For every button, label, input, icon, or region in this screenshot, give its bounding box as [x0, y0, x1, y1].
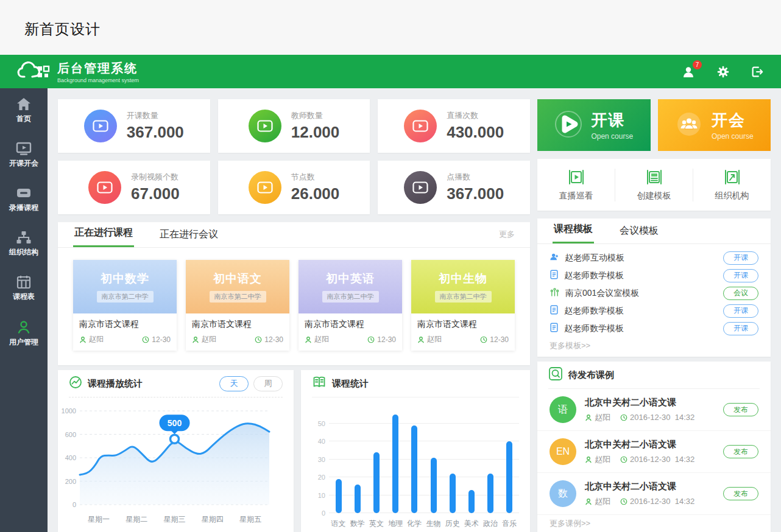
tab-meeting-templates[interactable]: 会议模板 [618, 219, 660, 243]
template-row: 南京001会议室模板会议 [550, 284, 758, 302]
template-action-button[interactable]: 开课 [723, 269, 758, 282]
bar [336, 479, 342, 513]
main-content: 开课数量367.000 教师数量12.000 直播次数430.000 录制视频个… [48, 88, 781, 532]
play-stats-panel: 课程播放统计 天 周 10006004002000星期一星期二星期三星期四星期五… [58, 370, 294, 532]
publish-button[interactable]: 发布 [723, 445, 758, 458]
open-course-button[interactable]: 开课Open course [537, 99, 651, 151]
magnifier-doc-icon [548, 366, 563, 383]
course-card[interactable]: 初中语文南京市第二中学南京市语文课程赵阳12-30 [186, 260, 289, 351]
org-structure-action[interactable]: 组织机构 [693, 168, 771, 201]
sidebar-item-home[interactable]: 首页 [0, 88, 48, 133]
template-action-button[interactable]: 开课 [723, 251, 758, 265]
course-card-header: 初中数学南京市第二中学 [73, 260, 177, 313]
bar [373, 452, 380, 513]
app-navbar: 后台管理系统 Background management system 7 [0, 55, 781, 88]
brand: 后台管理系统 Background management system [16, 60, 139, 83]
lesson-datetime: 2016-12-30 14:32 [620, 454, 694, 465]
settings-gear-icon[interactable] [715, 64, 731, 80]
course-name: 南京市语文课程 [192, 319, 283, 330]
template-list: 赵老师互动模板开课赵老师数学模板开课南京001会议室模板会议赵老师数学模板开课赵… [537, 244, 771, 337]
pending-lesson-row: 数北京中关村二小语文课赵阳2016-12-30 14:32发布 [537, 473, 771, 515]
tab-ongoing-courses[interactable]: 正在进行课程 [73, 220, 134, 247]
lesson-datetime: 2016-12-30 14:32 [620, 496, 694, 507]
sidebar-item-timetable[interactable]: 课程表 [0, 266, 48, 310]
create-template-action[interactable]: 创建模板 [615, 168, 693, 201]
x-tick-label: 英文 [368, 519, 385, 529]
pending-list: 语北京中关村二小语文课赵阳2016-12-30 14:32发布EN北京中关村二小… [537, 389, 771, 515]
svg-text:星期一: 星期一 [88, 515, 110, 523]
people-icon [675, 110, 703, 141]
home-icon [0, 97, 48, 111]
doc-icon [550, 270, 559, 282]
course-date: 12-30 [480, 334, 509, 345]
template-name: 赵老师数学模板 [564, 270, 624, 281]
y-tick-label: 30 [308, 456, 325, 463]
bar [411, 425, 417, 513]
template-action-button[interactable]: 开课 [723, 322, 758, 335]
course-name: 南京市语文课程 [305, 319, 396, 330]
org-share-icon [693, 168, 771, 186]
publish-button[interactable]: 发布 [723, 487, 758, 500]
toggle-day[interactable]: 天 [219, 376, 249, 391]
publish-button[interactable]: 发布 [723, 403, 758, 416]
stat-card-teachers: 教师数量12.000 [218, 99, 370, 153]
subject-avatar: EN [550, 438, 576, 465]
school-badge: 南京市第二中学 [97, 291, 154, 303]
quick-actions-panel: 直播巡看 创建模板 组织机构 [537, 159, 771, 211]
subject-avatar: 语 [550, 396, 576, 423]
teacher-name: 赵阳 [585, 412, 610, 423]
design-title-band: 新首页设计 [0, 0, 781, 55]
stat-card-open-classes: 开课数量367.000 [58, 99, 210, 153]
templates-panel: 课程模板 会议模板 赵老师互动模板开课赵老师数学模板开课南京001会议室模板会议… [537, 219, 771, 357]
play-video-icon [84, 110, 117, 142]
sidebar-item-user-management[interactable]: 用户管理 [0, 310, 48, 355]
template-action-button[interactable]: 开课 [723, 304, 758, 318]
svg-text:星期四: 星期四 [202, 515, 224, 523]
course-date: 12-30 [142, 334, 171, 345]
tab-ongoing-meetings[interactable]: 正在进行会议 [158, 222, 219, 247]
x-tick-label: 地理 [387, 519, 404, 529]
live-patrol-action[interactable]: 直播巡看 [537, 168, 615, 201]
panel-title: 课程播放统计 [88, 378, 143, 390]
user-icon [0, 320, 48, 334]
bar [506, 441, 512, 513]
course-name: 南京市语文课程 [417, 319, 509, 330]
x-tick-label: 化学 [406, 519, 423, 529]
course-stats-panel: 课程统计 50403020100语文数学英文地理化学生物历史美术政治音乐 [301, 370, 530, 532]
user-notifications-icon[interactable]: 7 [681, 64, 697, 80]
more-link[interactable]: 更多 [499, 229, 515, 247]
svg-text:星期五: 星期五 [239, 515, 261, 523]
tab-course-templates[interactable]: 课程模板 [553, 217, 594, 243]
template-row: 赵老师互动模板开课 [550, 249, 758, 267]
course-date: 12-30 [255, 334, 283, 345]
course-subject: 初中生物 [439, 271, 487, 287]
more-lessons-link[interactable]: 更多课例>> [537, 515, 771, 532]
play-video-icon [404, 110, 437, 142]
chart-tooltip: 500 [160, 415, 190, 434]
bar [487, 474, 493, 513]
teacher-name: 赵阳 [417, 334, 442, 345]
doc-icon [550, 305, 559, 317]
stat-card-vod-count: 点播数367.000 [378, 161, 530, 214]
bar [392, 415, 398, 513]
svg-text:星期二: 星期二 [125, 515, 147, 523]
x-tick-label: 历史 [444, 519, 461, 529]
teacher-name: 赵阳 [585, 454, 610, 465]
logout-icon[interactable] [749, 64, 765, 80]
course-card[interactable]: 初中生物南京市第二中学南京市语文课程赵阳12-30 [411, 260, 515, 351]
user-add-icon [550, 252, 559, 264]
course-subject: 初中语文 [213, 271, 262, 287]
more-templates-link[interactable]: 更多模板>> [537, 337, 771, 354]
recorder-icon [0, 186, 48, 200]
template-action-button[interactable]: 会议 [723, 287, 758, 300]
sidebar-item-recorded-courses[interactable]: 录播课程 [0, 177, 48, 222]
sidebar-item-org-structure[interactable]: 组织结构 [0, 222, 48, 266]
toggle-week[interactable]: 周 [253, 376, 283, 391]
template-row: 赵老师数学模板开课 [550, 320, 758, 337]
svg-text:400: 400 [65, 454, 76, 461]
sidebar-item-open-class[interactable]: 开课开会 [0, 133, 48, 177]
course-card-header: 初中语文南京市第二中学 [186, 260, 289, 313]
course-card[interactable]: 初中数学南京市第二中学南京市语文课程赵阳12-30 [73, 260, 177, 351]
open-meeting-button[interactable]: 开会Open course [658, 99, 771, 151]
course-card[interactable]: 初中英语南京市第二中学南京市语文课程赵阳12-30 [299, 260, 402, 351]
